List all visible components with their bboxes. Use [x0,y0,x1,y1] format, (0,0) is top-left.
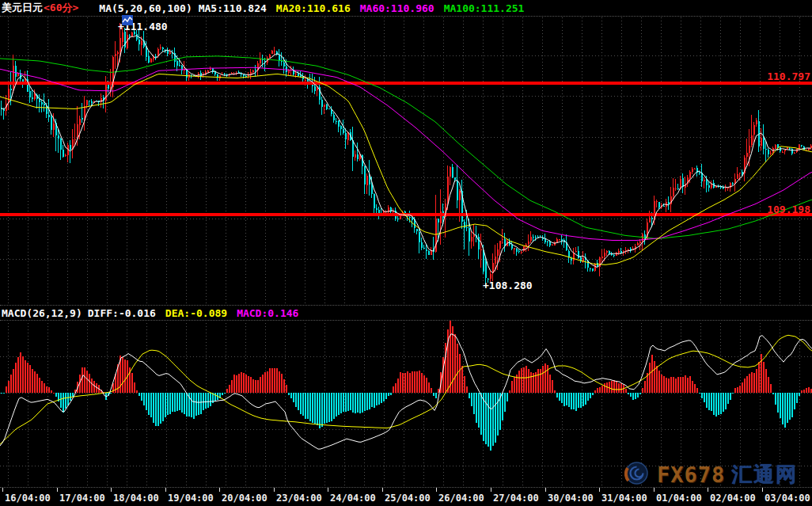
ma5-value: MA5:110.824 [199,2,267,14]
x-axis-label: 03/04:00 [765,493,810,504]
x-axis-tick [219,488,220,492]
ma-group-label: MA(5,20,60,100) [99,2,192,14]
fx678-brand-text: FX678 [657,462,725,487]
x-axis-tick [165,488,166,492]
x-axis-tick [2,488,3,492]
x-axis-tick [57,488,58,492]
ma20-value: MA20:110.616 [276,2,351,14]
macd-diff-value: DIFF:-0.016 [88,307,156,319]
ma100-value: MA100:111.251 [444,2,525,14]
chart-type-icon[interactable] [85,3,96,13]
x-axis-tick [491,488,491,492]
x-axis-label: 17/04:00 [59,493,105,504]
macd-hist-value: MACD:0.146 [237,307,298,319]
trading-chart-window: 美元日元 <60分> MA(5,20,60,100) MA5:110.824 M… [0,0,812,506]
fx678-logo-icon [624,461,649,489]
x-axis-label: 31/04:00 [601,493,647,504]
x-axis-tick [654,488,655,492]
x-axis-label: 19/04:00 [168,493,214,504]
low-price-annotation: +108.280 [483,280,533,291]
timeframe-label[interactable]: <60分> [44,1,78,15]
fx678-logo: FX678 汇通网 [624,462,798,487]
x-axis-tick [545,488,546,492]
ma60-value: MA60:110.960 [360,2,434,14]
huitong-site-text: 汇通网 [731,461,798,489]
x-axis-label: 26/04:00 [438,493,484,504]
chart-canvas[interactable] [0,0,812,506]
x-axis-label: 23/04:00 [276,493,322,504]
time-axis[interactable]: 16/04:0017/04:0018/04:0019/04:0020/04:00… [0,487,812,506]
x-axis-label: 27/04:00 [493,493,539,504]
x-axis-tick [328,488,328,492]
x-axis-tick [274,488,275,492]
x-axis-tick [762,488,763,492]
macd-header: MACD(26,12,9) DIFF:-0.016 DEA:-0.089 MAC… [0,305,812,321]
resistance-level-label: 110.797 [767,70,810,82]
x-axis-label: 24/04:00 [330,493,376,504]
macd-indicator-label[interactable]: MACD(26,12,9) [2,307,82,319]
x-axis-label: 20/04:00 [222,493,268,504]
x-axis-tick [436,488,437,492]
chart-header: 美元日元 <60分> MA(5,20,60,100) MA5:110.824 M… [0,0,812,17]
x-axis-tick [708,488,708,492]
x-axis-label: 16/04:00 [5,493,51,504]
x-axis-label: 01/04:00 [656,493,702,504]
x-axis-label: 25/04:00 [385,493,431,504]
x-axis-label: 02/04:00 [710,493,756,504]
x-axis-label: 18/04:00 [113,493,159,504]
x-axis-tick [111,488,112,492]
macd-dea-value: DEA:-0.089 [165,307,227,319]
support-level-label: 109.198 [767,204,810,215]
x-axis-tick [382,488,383,492]
x-axis-tick [599,488,600,492]
x-axis-label: 30/04:00 [548,493,594,504]
symbol-title: 美元日元 [2,1,43,15]
